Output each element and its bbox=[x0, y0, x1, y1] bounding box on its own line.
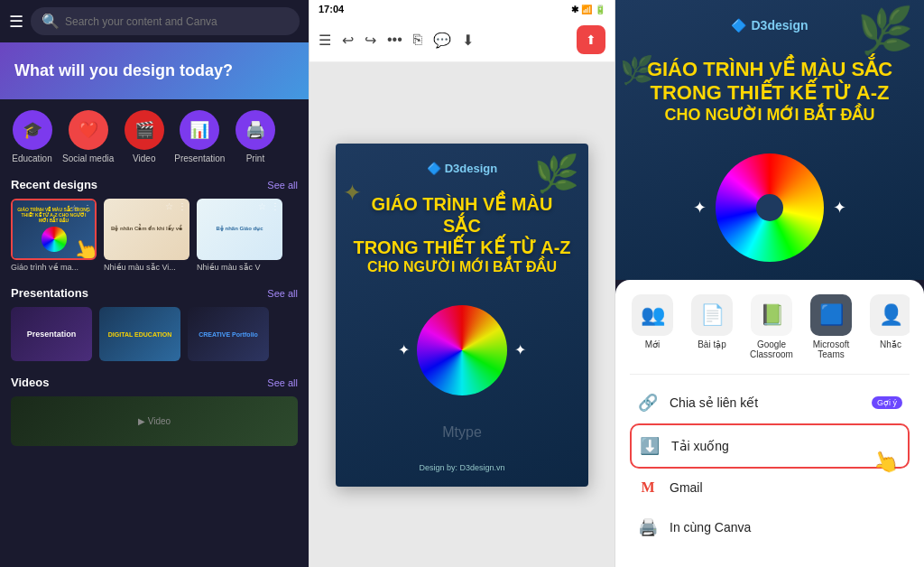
videos-section: ▶ Video bbox=[0, 393, 309, 453]
dots-icon-3: ⋮ bbox=[271, 201, 280, 211]
cat-label-education: Education bbox=[12, 153, 51, 163]
recent-designs-title: Recent designs bbox=[11, 178, 97, 191]
preview-title: GIÁO TRÌNH VỀ MÀU SẮC TRONG THIẾT KẾ TỪ … bbox=[350, 193, 574, 275]
fullview-color-wheel bbox=[716, 153, 824, 262]
moi-icon: 👥 bbox=[632, 294, 673, 336]
hero-banner: What will you design today? bbox=[0, 42, 309, 99]
search-icon: 🔍 bbox=[42, 13, 60, 30]
hero-text: What will you design today? bbox=[14, 60, 294, 81]
menu-icon[interactable]: ☰ bbox=[319, 32, 331, 49]
videos-see-all[interactable]: See all bbox=[267, 377, 298, 388]
design-preview: 🌿 ✦ 🔷 D3design GIÁO TRÌNH VỀ MÀU SẮC TRO… bbox=[336, 144, 588, 487]
sidebar-item-video[interactable]: 🎬 Video bbox=[119, 110, 169, 163]
thumb-nhieu-mau: Bộ nhãn Cảm ơn khi lấy về bbox=[104, 199, 189, 260]
canva-home-panel: ☰ 🔍 What will you design today? 🎓 Educat… bbox=[0, 0, 309, 567]
cat-label-video: Video bbox=[133, 153, 155, 163]
star-icon-3: ☆ bbox=[258, 201, 266, 211]
presentations-header: Presentations See all bbox=[0, 279, 309, 303]
cat-label-presentation: Presentation bbox=[174, 153, 225, 163]
dots-icon: ⋮ bbox=[83, 203, 92, 213]
color-wheel-area: ✦ ✦ bbox=[398, 298, 526, 403]
recent-see-all[interactable]: See all bbox=[267, 180, 298, 191]
gmail-label: Gmail bbox=[670, 480, 703, 495]
nhac-label: Nhắc bbox=[880, 339, 901, 349]
fullview-brand-icon: 🔷 bbox=[731, 18, 746, 33]
list-item[interactable]: Bộ nhãn Cảm ơn khi lấy về ☆ ⋮ Nhiều màu … bbox=[104, 199, 189, 272]
thumb-nhieu-mau2: Bộ nhãn Giáo dục bbox=[197, 199, 282, 260]
canvas-toolbar: ☰ ↩ ↪ ••• ⎘ 💬 ⬇ ⬆ bbox=[310, 18, 614, 62]
design-label-3: Nhiều màu sắc V bbox=[197, 263, 282, 272]
pres-thumb-3: CREATIVE Portfolio bbox=[188, 307, 269, 361]
bai-tap-label: Bài tập bbox=[698, 339, 726, 349]
print-canva-item[interactable]: 🖨️ In cùng Canva bbox=[630, 507, 910, 548]
presentation-icon: 📊 bbox=[180, 110, 219, 150]
social-media-icon: ❤️ bbox=[69, 110, 108, 150]
bai-tap-icon: 📄 bbox=[691, 294, 733, 336]
print-icon: 🖨️ bbox=[637, 517, 659, 537]
sidebar-item-presentation[interactable]: 📊 Presentation bbox=[174, 110, 225, 163]
design-thumb-1: GIÁO TRÌNH VỀ MÀU SẮC TRONG THIẾT KẾ TỪ … bbox=[11, 199, 97, 260]
more-options-icon[interactable]: ••• bbox=[387, 32, 402, 48]
list-item[interactable]: GIÁO TRÌNH VỀ MÀU SẮC TRONG THIẾT KẾ TỪ … bbox=[11, 199, 97, 272]
design-label-2: Nhiều màu sắc Vi... bbox=[104, 263, 189, 272]
download-icon[interactable]: ⬇ bbox=[462, 32, 474, 49]
video-icon: 🎬 bbox=[125, 110, 164, 150]
share-apps-row: 👥 Mới 📄 Bài tập 📗 Google Classroom 🟦 Mic… bbox=[630, 294, 910, 372]
divider-1 bbox=[630, 374, 910, 375]
share-icon: ⬆ bbox=[586, 33, 596, 47]
battery-icon: 🔋 bbox=[595, 5, 605, 14]
brand-icon: 🔷 bbox=[427, 162, 441, 175]
share-app-google-classroom[interactable]: 📗 Google Classroom bbox=[749, 294, 794, 359]
list-item[interactable]: Presentation bbox=[11, 307, 92, 361]
download-icon-menu: ⬇️ bbox=[639, 436, 661, 456]
design-by-footer: Design by: D3design.vn bbox=[419, 463, 504, 472]
share-app-moi[interactable]: 👥 Mới bbox=[630, 294, 675, 359]
share-app-microsoft-teams[interactable]: 🟦 Microsoft Teams bbox=[808, 294, 854, 359]
share-menu-panel: 🌿 🌿 🔷 D3design GIÁO TRÌNH VỀ MÀU SẮC TRO… bbox=[615, 0, 924, 567]
fullview-title-block: GIÁO TRÌNH VỀ MÀU SẮC TRONG THIẾT KẾ TỪ … bbox=[647, 58, 892, 125]
comment-icon[interactable]: 💬 bbox=[433, 32, 451, 49]
preview-brand: 🔷 D3design bbox=[427, 162, 498, 175]
gmail-item[interactable]: M Gmail bbox=[630, 469, 910, 507]
cat-label-social: Social media bbox=[62, 153, 114, 163]
sidebar-item-education[interactable]: 🎓 Education bbox=[7, 110, 57, 163]
pres-thumb-2: DIGITAL EDUCATION bbox=[99, 307, 180, 361]
list-item[interactable]: Bộ nhãn Giáo dục ☆ ⋮ Nhiều màu sắc V bbox=[197, 199, 282, 272]
leaf-decoration-2: ✦ bbox=[343, 180, 362, 206]
download-item[interactable]: ⬇️ Tải xuống 👆 bbox=[630, 423, 910, 469]
star-icon-2: ☆ bbox=[165, 201, 173, 211]
share-button[interactable]: ⬆ bbox=[577, 25, 605, 54]
status-icons: ✱ 📶 🔋 bbox=[571, 5, 605, 14]
presentations-see-all[interactable]: See all bbox=[267, 288, 298, 299]
sidebar-item-social-media[interactable]: ❤️ Social media bbox=[62, 110, 114, 163]
status-bar: 17:04 ✱ 📶 🔋 bbox=[310, 0, 614, 18]
fullview-leaf-1: 🌿 bbox=[857, 5, 913, 57]
share-app-nhac[interactable]: 👤 Nhắc bbox=[868, 294, 910, 359]
copy-icon[interactable]: ⎘ bbox=[413, 32, 422, 48]
education-icon: 🎓 bbox=[13, 110, 52, 150]
list-item[interactable]: DIGITAL EDUCATION bbox=[99, 307, 180, 361]
list-item[interactable]: CREATIVE Portfolio bbox=[188, 307, 269, 361]
hamburger-icon[interactable]: ☰ bbox=[9, 12, 23, 32]
leaf-decoration-1: 🌿 bbox=[534, 153, 579, 195]
search-input[interactable] bbox=[65, 15, 289, 28]
google-classroom-icon: 📗 bbox=[751, 294, 792, 336]
search-bar[interactable]: 🔍 bbox=[31, 7, 300, 35]
color-wheel bbox=[417, 305, 507, 395]
recent-designs-grid: GIÁO TRÌNH VỀ MÀU SẮC TRONG THIẾT KẾ TỪ … bbox=[0, 195, 309, 279]
video-thumb[interactable]: ▶ Video bbox=[11, 396, 298, 446]
nhac-icon: 👤 bbox=[870, 294, 910, 336]
redo-icon[interactable]: ↪ bbox=[365, 32, 376, 49]
share-app-bai-tap[interactable]: 📄 Bài tập bbox=[689, 294, 735, 359]
recent-designs-header: Recent designs See all bbox=[0, 171, 309, 195]
presentations-grid: Presentation DIGITAL EDUCATION CREATIVE … bbox=[0, 303, 309, 368]
time-display: 17:04 bbox=[319, 4, 344, 14]
star-decoration-2: ✦ bbox=[514, 341, 526, 358]
preview-footer: Mtype bbox=[442, 424, 482, 441]
design-fullview: 🌿 🌿 🔷 D3design GIÁO TRÌNH VỀ MÀU SẮC TRO… bbox=[615, 0, 924, 280]
microsoft-teams-icon: 🟦 bbox=[810, 294, 852, 336]
moi-label: Mới bbox=[645, 339, 661, 349]
sidebar-item-print[interactable]: 🖨️ Print bbox=[230, 110, 280, 163]
share-link-item[interactable]: 🔗 Chia sẻ liên kết Gợi ý bbox=[630, 382, 910, 423]
undo-icon[interactable]: ↩ bbox=[342, 32, 354, 49]
